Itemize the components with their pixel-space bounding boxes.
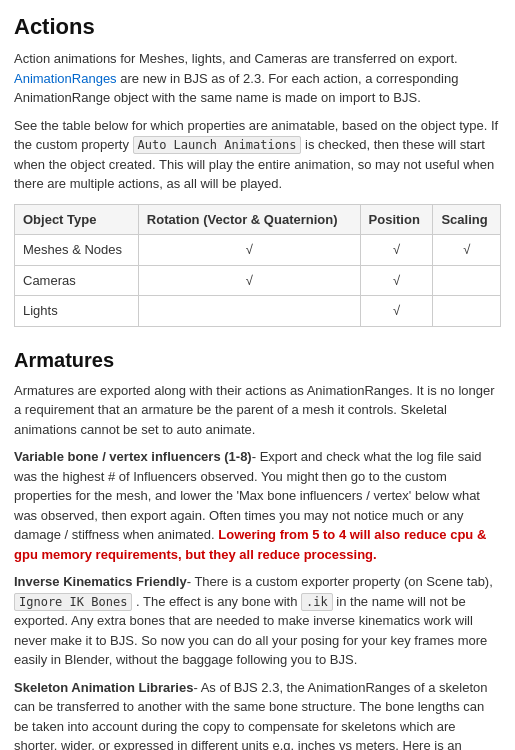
ik-friendly-term: Inverse Kinematics Friendly (14, 574, 187, 589)
variable-bone-term: Variable bone / vertex influencers (1-8) (14, 449, 252, 464)
col-header-position: Position (360, 204, 433, 235)
skeleton-library-para: Skeleton Animation Libraries- As of BJS … (14, 678, 501, 751)
ignore-ik-code: Ignore IK Bones (14, 593, 132, 611)
cell-rotation (138, 296, 360, 327)
col-header-rotation: Rotation (Vector & Quaternion) (138, 204, 360, 235)
actions-heading: Actions (14, 10, 501, 43)
cell-scaling: √ (433, 235, 501, 266)
ik-friendly-para: Inverse Kinematics Friendly- There is a … (14, 572, 501, 670)
armatures-heading: Armatures (14, 345, 501, 375)
table-row: Lights √ (15, 296, 501, 327)
skeleton-library-term: Skeleton Animation Libraries (14, 680, 193, 695)
lowering-highlight: Lowering from 5 to 4 will also reduce cp… (14, 527, 486, 562)
cell-type: Lights (15, 296, 139, 327)
cell-rotation: √ (138, 235, 360, 266)
col-header-scaling: Scaling (433, 204, 501, 235)
page-container: Actions Action animations for Meshes, li… (14, 10, 501, 750)
actions-intro-1: Action animations for Meshes, lights, an… (14, 49, 501, 108)
animatable-table: Object Type Rotation (Vector & Quaternio… (14, 204, 501, 327)
armatures-intro: Armatures are exported along with their … (14, 381, 501, 440)
table-row: Cameras √ √ (15, 265, 501, 296)
animation-ranges-link[interactable]: AnimationRanges (14, 71, 117, 86)
variable-bone-para: Variable bone / vertex influencers (1-8)… (14, 447, 501, 564)
ik-suffix-code: .ik (301, 593, 333, 611)
cell-rotation: √ (138, 265, 360, 296)
cell-scaling (433, 265, 501, 296)
actions-intro-2: See the table below for which properties… (14, 116, 501, 194)
cell-position: √ (360, 296, 433, 327)
cell-position: √ (360, 265, 433, 296)
cell-position: √ (360, 235, 433, 266)
cell-scaling (433, 296, 501, 327)
col-header-type: Object Type (15, 204, 139, 235)
auto-launch-code: Auto Launch Animations (133, 136, 302, 154)
table-row: Meshes & Nodes √ √ √ (15, 235, 501, 266)
cell-type: Cameras (15, 265, 139, 296)
cell-type: Meshes & Nodes (15, 235, 139, 266)
